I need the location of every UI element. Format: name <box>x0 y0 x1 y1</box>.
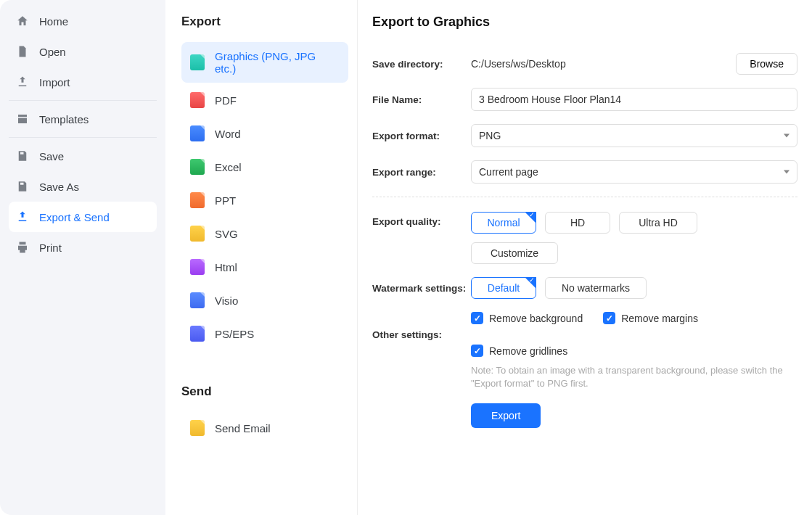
nav-templates[interactable]: Templates <box>9 104 157 134</box>
export-range-value: Current page <box>479 166 538 178</box>
format-word[interactable]: Word <box>181 118 348 149</box>
import-icon <box>16 75 29 88</box>
check-remove-margins[interactable]: ✓ Remove margins <box>603 312 698 324</box>
browse-button[interactable]: Browse <box>736 53 797 75</box>
visio-icon <box>190 292 205 308</box>
export-send-icon <box>16 210 29 223</box>
file-open-icon <box>16 45 29 58</box>
nav-print[interactable]: Print <box>9 232 157 263</box>
nav-label: Import <box>39 76 70 88</box>
graphics-icon <box>190 54 205 70</box>
export-button[interactable]: Export <box>471 403 541 428</box>
nav-export-send[interactable]: Export & Send <box>9 202 157 232</box>
nav-label: Home <box>39 15 68 28</box>
format-pdf[interactable]: PDF <box>181 84 348 116</box>
send-heading: Send <box>181 384 348 399</box>
checkbox-checked-icon: ✓ <box>603 312 615 324</box>
label-export-quality: Export quality: <box>372 212 471 227</box>
checkbox-checked-icon: ✓ <box>471 312 483 324</box>
format-ppt[interactable]: PPT <box>181 184 348 216</box>
format-label: Excel <box>215 161 242 173</box>
watermark-none[interactable]: No watermarks <box>545 277 647 299</box>
nav-save-as[interactable]: Save As <box>9 171 157 202</box>
format-excel[interactable]: Excel <box>181 151 348 183</box>
check-remove-background[interactable]: ✓ Remove background <box>471 312 583 324</box>
export-format-select[interactable]: PNG <box>471 124 797 147</box>
format-label: PPT <box>215 194 236 207</box>
label-watermark: Watermark settings: <box>372 283 471 294</box>
save-icon <box>16 149 29 162</box>
format-label: Visio <box>215 294 238 307</box>
email-icon <box>190 420 205 436</box>
format-label: PS/EPS <box>215 328 254 340</box>
export-heading: Export <box>181 15 348 29</box>
format-label: Graphics (PNG, JPG etc.) <box>215 50 340 75</box>
nav-label: Save As <box>39 181 79 193</box>
file-name-input[interactable] <box>471 88 797 111</box>
export-range-select[interactable]: Current page <box>471 160 797 184</box>
detail-title: Export to Graphics <box>372 15 797 30</box>
ppt-icon <box>190 192 205 208</box>
export-format-column: Export Graphics (PNG, JPG etc.) PDF Word… <box>165 0 358 515</box>
nav-open[interactable]: Open <box>9 36 157 67</box>
word-icon <box>190 125 205 141</box>
nav-label: Open <box>39 46 66 58</box>
section-separator <box>372 197 797 197</box>
export-detail-panel: Export to Graphics Save directory: C:/Us… <box>358 0 812 515</box>
nav-home[interactable]: Home <box>9 6 157 36</box>
export-format-value: PNG <box>479 130 501 141</box>
nav-divider <box>9 100 157 101</box>
label-file-name: File Name: <box>372 94 471 105</box>
check-label: Remove background <box>489 313 583 324</box>
format-label: SVG <box>215 228 238 240</box>
format-label: PDF <box>215 94 237 107</box>
note-text: Note: To obtain an image with a transpar… <box>471 364 797 390</box>
label-export-range: Export range: <box>372 167 471 178</box>
quality-normal[interactable]: Normal <box>471 212 536 234</box>
format-visio[interactable]: Visio <box>181 284 348 316</box>
checkbox-checked-icon: ✓ <box>471 345 483 357</box>
nav-label: Templates <box>39 113 89 125</box>
nav-save[interactable]: Save <box>9 141 157 171</box>
format-graphics[interactable]: Graphics (PNG, JPG etc.) <box>181 42 348 83</box>
print-icon <box>16 241 29 254</box>
watermark-default[interactable]: Default <box>471 277 536 299</box>
label-other-settings: Other settings: <box>372 329 471 340</box>
svg-icon <box>190 226 205 242</box>
nav-label: Save <box>39 150 64 162</box>
check-remove-gridlines[interactable]: ✓ Remove gridlines <box>471 345 567 357</box>
nav-divider <box>9 137 157 138</box>
format-pseps[interactable]: PS/EPS <box>181 318 348 350</box>
quality-customize[interactable]: Customize <box>471 242 558 264</box>
pdf-icon <box>190 92 205 108</box>
templates-icon <box>16 112 29 125</box>
html-icon <box>190 259 205 275</box>
nav-label: Export & Send <box>39 211 110 223</box>
send-email[interactable]: Send Email <box>181 412 348 444</box>
check-label: Remove margins <box>621 313 698 324</box>
label-save-directory: Save directory: <box>372 59 471 70</box>
pseps-icon <box>190 326 205 342</box>
nav-label: Print <box>39 242 62 254</box>
check-label: Remove gridlines <box>489 345 567 357</box>
excel-icon <box>190 159 205 175</box>
format-html[interactable]: Html <box>181 251 348 283</box>
format-svg[interactable]: SVG <box>181 218 348 250</box>
save-directory-value: C:/Users/ws/Desktop <box>471 58 736 70</box>
label-export-format: Export format: <box>372 131 471 141</box>
save-as-icon <box>16 180 29 193</box>
left-nav: Home Open Import Templates Save Save As … <box>0 0 165 515</box>
quality-ultra-hd[interactable]: Ultra HD <box>619 212 697 234</box>
send-label: Send Email <box>215 422 271 434</box>
format-label: Html <box>215 261 237 273</box>
nav-import[interactable]: Import <box>9 67 157 97</box>
home-icon <box>16 15 29 28</box>
quality-hd[interactable]: HD <box>545 212 610 234</box>
format-label: Word <box>215 128 241 140</box>
